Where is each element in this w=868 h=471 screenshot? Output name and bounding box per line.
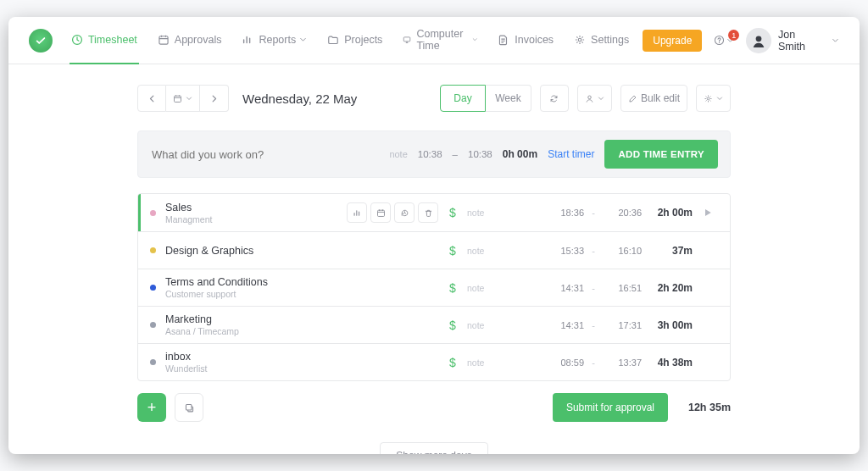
entry-title: Sales (165, 202, 328, 213)
project-color-dot (150, 322, 156, 328)
entry-title: Design & Graphics (165, 245, 328, 257)
entry-to: 20:36 (603, 208, 642, 218)
submit-for-approval-button[interactable]: Submit for approval (553, 393, 668, 422)
project-color-dot (150, 285, 156, 291)
day-footer: + Submit for approval 12h 35m (137, 393, 731, 422)
view-week-tab[interactable]: Week (486, 85, 531, 112)
entry-duration: 37m (647, 245, 693, 257)
chevron-down-icon (186, 95, 192, 102)
upgrade-label: Upgrade (653, 35, 692, 47)
entry-calendar-button[interactable] (370, 202, 391, 223)
day-total: 12h 35m (683, 402, 731, 413)
view-day-tab[interactable]: Day (440, 85, 486, 112)
start-timer-button[interactable]: Start timer (548, 148, 594, 160)
entry-duration: 4h 38m (647, 357, 693, 368)
duration: 0h 00m (503, 148, 537, 160)
prev-day-button[interactable] (137, 85, 166, 112)
entry-dash: - (589, 320, 598, 330)
calendar-icon (173, 94, 182, 103)
entry-play-button[interactable] (698, 208, 718, 218)
more-options-button[interactable] (696, 85, 731, 112)
entry-dash: - (589, 357, 598, 368)
entry-note-button[interactable]: note (467, 246, 504, 256)
entry-note-button[interactable]: note (467, 283, 504, 293)
entry-subtitle: Customer support (165, 289, 328, 299)
nav-invoices[interactable]: Invoices (496, 17, 555, 64)
entry-from: 18:36 (509, 208, 584, 218)
user-filter-button[interactable] (577, 85, 612, 112)
time-entry-row[interactable]: MarketingAsana / Timecamp$note14:31-17:3… (138, 306, 730, 343)
entry-duration: 2h 20m (647, 282, 693, 294)
upgrade-button[interactable]: Upgrade (643, 30, 702, 52)
entry-dash: - (589, 246, 598, 256)
entry-subtitle: Managment (165, 214, 328, 224)
billable-indicator[interactable]: $ (443, 319, 462, 332)
chevron-down-icon (832, 36, 839, 44)
entry-note-button[interactable]: note (467, 357, 504, 368)
billable-indicator[interactable]: $ (443, 244, 462, 258)
calendar-icon (376, 208, 386, 218)
time-entry-row[interactable]: Terms and ConditionsCustomer support$not… (138, 269, 730, 306)
nav-timesheet[interactable]: Timesheet (70, 17, 139, 64)
app-logo (29, 29, 53, 53)
nav-settings-label: Settings (591, 34, 629, 46)
bars-icon (353, 208, 362, 218)
nav-reports[interactable]: Reports (240, 17, 309, 64)
from-time[interactable]: 10:38 (418, 149, 442, 159)
nav-approvals[interactable]: Approvals (156, 17, 224, 64)
next-day-button[interactable] (200, 85, 229, 112)
time-entry-row[interactable]: Design & Graphics$note15:33-16:1037m (138, 231, 730, 269)
user-menu[interactable]: Jon Smith (746, 28, 839, 53)
current-date: Wednesday, 22 May (242, 91, 357, 106)
time-entry-row[interactable]: SalesManagment$note18:36-20:362h 00m (138, 194, 730, 231)
edit-icon (628, 94, 637, 103)
entry-dash: - (589, 208, 598, 218)
note-button[interactable]: note (389, 149, 407, 159)
entry-dash: - (589, 283, 598, 293)
refresh-button[interactable] (540, 85, 569, 112)
entry-history-button[interactable] (394, 202, 415, 223)
nav-projects[interactable]: Projects (326, 17, 384, 64)
entry-to: 17:31 (603, 320, 642, 330)
document-icon (498, 34, 509, 46)
avatar (746, 28, 771, 53)
entry-delete-button[interactable] (418, 202, 438, 223)
trash-icon (424, 208, 433, 218)
entry-stats-button[interactable] (347, 202, 367, 223)
clock-icon (71, 34, 83, 46)
help-button[interactable]: 1 (714, 35, 734, 46)
project-color-dot (150, 359, 156, 365)
nav-computer-time[interactable]: Computer Time (401, 17, 479, 64)
time-entry-row[interactable]: inboxWunderlist$note08:59-13:374h 38m (138, 343, 730, 380)
nav-item-label: Reports (259, 34, 296, 46)
time-dash: – (453, 149, 458, 159)
play-icon (703, 208, 713, 218)
user-name: Jon Smith (778, 29, 825, 53)
new-entry-bar: note 10:38 – 10:38 0h 00m Start timer AD… (137, 130, 731, 178)
task-input[interactable] (150, 147, 353, 162)
to-time[interactable]: 10:38 (468, 149, 492, 159)
monitor-icon (403, 34, 411, 46)
refresh-icon (549, 94, 559, 103)
nav-item-label: Timesheet (88, 34, 137, 46)
billable-indicator[interactable]: $ (443, 356, 462, 369)
add-entry-fab[interactable]: + (137, 393, 166, 422)
add-time-entry-button[interactable]: ADD TIME ENTRY (604, 140, 718, 169)
entry-duration: 2h 00m (647, 207, 693, 219)
copy-day-button[interactable] (175, 393, 203, 422)
show-more-days-button[interactable]: Show more days (380, 442, 487, 454)
entry-note-button[interactable]: note (467, 320, 504, 330)
entry-title: Terms and Conditions (165, 276, 328, 288)
help-icon (714, 35, 725, 46)
billable-indicator[interactable]: $ (443, 281, 462, 295)
calendar-check-icon (158, 34, 170, 46)
entry-from: 14:31 (509, 320, 584, 330)
entry-to: 16:10 (603, 246, 642, 256)
nav-settings[interactable]: Settings (572, 34, 631, 47)
entry-to: 16:51 (603, 283, 642, 293)
bulk-edit-button[interactable]: Bulk edit (620, 85, 687, 112)
date-picker-button[interactable] (166, 85, 200, 112)
entry-note-button[interactable]: note (467, 208, 504, 218)
billable-indicator[interactable]: $ (443, 206, 462, 219)
nav-item-label: Invoices (515, 34, 554, 46)
